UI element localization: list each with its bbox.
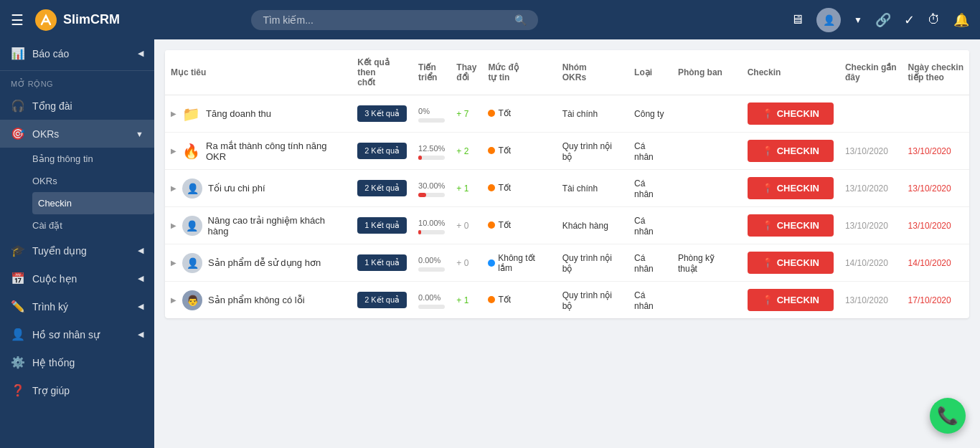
checkin-button[interactable]: 📍 CHECKIN bbox=[748, 177, 834, 199]
checkin-date-text: 13/10/2020 bbox=[845, 221, 888, 231]
content-area: Mục tiêu Kết quảthenchốt Tiếntriển Thayđ… bbox=[154, 39, 980, 329]
col-nhom-okrs: NhómOKRs bbox=[557, 50, 628, 95]
sidebar-item-okrs-sub[interactable]: OKRs bbox=[32, 170, 154, 192]
expand-arrow-icon[interactable]: ▶ bbox=[171, 296, 176, 304]
phong-ban-cell bbox=[672, 282, 742, 319]
ket-qua-button[interactable]: 2 Kết quả bbox=[357, 292, 407, 308]
progress-bar-fill bbox=[418, 156, 422, 160]
bell-icon[interactable]: 🔔 bbox=[953, 12, 969, 28]
expand-arrow-icon[interactable]: ▶ bbox=[171, 110, 176, 118]
checkin-pin-icon: 📍 bbox=[762, 146, 773, 156]
header-icons: 🖥 👤 ▼ 🔗 ✓ ⏱ 🔔 bbox=[791, 8, 969, 32]
checkin-button[interactable]: 📍 CHECKIN bbox=[748, 252, 834, 274]
checkin-pin-icon: 📍 bbox=[762, 183, 773, 194]
search-bar[interactable]: Tìm kiếm... 🔍 bbox=[251, 10, 538, 30]
screen-icon[interactable]: 🖥 bbox=[791, 12, 804, 27]
tuyen-dung-arrow-icon: ◀ bbox=[138, 246, 143, 255]
checkin-date-text: 13/10/2020 bbox=[845, 295, 888, 305]
muc-do-text: Tốt bbox=[498, 108, 511, 118]
table-row: ▶ 👤 Sản phẩm dễ sử dụng hơn 1 Kết quả 0.… bbox=[165, 244, 969, 282]
progress-text: 12.50% bbox=[418, 144, 445, 153]
next-checkin-text: 14/10/2020 bbox=[908, 258, 951, 268]
expand-arrow-icon[interactable]: ▶ bbox=[171, 259, 176, 267]
muc-do-dot bbox=[488, 296, 495, 303]
muc-do-cell: Tốt bbox=[482, 207, 556, 244]
sidebar-item-cai-dat[interactable]: Cài đặt bbox=[32, 214, 154, 237]
sidebar-item-label: Hồ sơ nhân sự bbox=[32, 329, 100, 340]
col-muc-tieu: Mục tiêu bbox=[165, 50, 352, 95]
clock-icon[interactable]: ⏱ bbox=[928, 12, 941, 27]
ket-qua-button[interactable]: 3 Kết quả bbox=[357, 105, 407, 122]
progress-container: 0.00% bbox=[418, 292, 445, 309]
main-content: Mục tiêu Kết quảthenchốt Tiếntriển Thayđ… bbox=[154, 39, 980, 448]
layout: 📊 Báo cáo ◀ MỞ RỘNG 🎧 Tổng đài 🎯 OKRs ▼ … bbox=[0, 39, 980, 448]
checkin-date-cell: 13/10/2020 bbox=[839, 170, 903, 207]
checkin-btn-cell: 📍 CHECKIN bbox=[742, 282, 839, 319]
float-phone-button[interactable]: 📞 bbox=[930, 398, 966, 434]
ket-qua-button[interactable]: 1 Kết quả bbox=[357, 254, 407, 271]
progress-container: 10.00% bbox=[418, 217, 445, 234]
muc-tieu-cell: ▶ 👤 Sản phẩm dễ sử dụng hơn bbox=[165, 244, 352, 282]
nhom-okrs-cell: Tài chính bbox=[557, 95, 628, 133]
sidebar-divider bbox=[0, 70, 154, 71]
sidebar-item-ho-so-nhan-su[interactable]: 👤 Hồ sơ nhân sự ◀ bbox=[0, 320, 154, 348]
sidebar-item-okrs[interactable]: 🎯 OKRs ▼ bbox=[0, 120, 154, 148]
thay-doi-cell: + 2 bbox=[451, 133, 482, 170]
table-row: ▶ 👤 Tối ưu chi phí 2 Kết quả 30.00% + 1 … bbox=[165, 170, 969, 207]
nhom-okrs-text: Quy trình nội bộ bbox=[562, 141, 612, 162]
next-checkin-cell: 13/10/2020 bbox=[903, 207, 969, 244]
okrs-submenu: Bảng thông tin OKRs Checkin Cài đặt bbox=[0, 148, 154, 237]
share-icon[interactable]: 🔗 bbox=[875, 12, 891, 28]
sidebar-item-label: Tuyển dụng bbox=[32, 245, 87, 257]
okr-table: Mục tiêu Kết quảthenchốt Tiếntriển Thayđ… bbox=[165, 50, 969, 318]
thay-doi-cell: + 0 bbox=[451, 244, 482, 282]
muc-do-text: Tốt bbox=[498, 295, 511, 305]
sidebar-item-he-thong[interactable]: ⚙️ Hệ thống bbox=[0, 348, 154, 376]
cuoc-hen-arrow-icon: ◀ bbox=[138, 274, 143, 283]
ket-qua-button[interactable]: 2 Kết quả bbox=[357, 143, 407, 159]
checkin-button[interactable]: 📍 CHECKIN bbox=[748, 103, 834, 125]
check-icon[interactable]: ✓ bbox=[904, 12, 915, 28]
col-phong-ban: Phòng ban bbox=[672, 50, 742, 95]
expand-arrow-icon[interactable]: ▶ bbox=[171, 221, 176, 229]
next-checkin-cell: 14/10/2020 bbox=[903, 244, 969, 282]
sidebar-item-tuyen-dung[interactable]: 🎓 Tuyển dụng ◀ bbox=[0, 237, 154, 264]
muc-do-dot bbox=[488, 110, 495, 117]
muc-do-cell: Tốt bbox=[482, 170, 556, 207]
checkin-button[interactable]: 📍 CHECKIN bbox=[748, 140, 834, 162]
sidebar-item-tong-dai[interactable]: 🎧 Tổng đài bbox=[0, 92, 154, 120]
col-checkin-gan-day: Checkin gầnđây bbox=[839, 50, 903, 95]
sidebar-item-tro-giup[interactable]: ❓ Trợ giúp bbox=[0, 376, 154, 404]
muc-tieu-cell: ▶ 🔥 Ra mắt thành công tính năng OKR bbox=[165, 133, 352, 170]
sidebar-item-checkin[interactable]: Checkin bbox=[32, 192, 154, 214]
dropdown-arrow-icon[interactable]: ▼ bbox=[854, 15, 862, 25]
header: ☰ SlimCRM Tìm kiếm... 🔍 🖥 👤 ▼ 🔗 ✓ ⏱ 🔔 bbox=[0, 0, 980, 39]
search-icon[interactable]: 🔍 bbox=[514, 14, 527, 26]
muc-tieu-text: Sản phẩm không có lỗi bbox=[208, 295, 305, 305]
sidebar-item-bao-cao[interactable]: 📊 Báo cáo ◀ bbox=[0, 39, 154, 67]
muc-do-text: Tốt bbox=[498, 146, 511, 156]
loai-cell: Cá nhân bbox=[628, 207, 672, 244]
loai-cell: Cá nhân bbox=[628, 133, 672, 170]
checkin-btn-cell: 📍 CHECKIN bbox=[742, 133, 839, 170]
sidebar-item-cuoc-hen[interactable]: 📅 Cuộc hẹn ◀ bbox=[0, 264, 154, 292]
ket-qua-button[interactable]: 2 Kết quả bbox=[357, 180, 407, 196]
logo-text: SlimCRM bbox=[63, 12, 120, 27]
sidebar-item-bang-thong-tin[interactable]: Bảng thông tin bbox=[32, 148, 154, 170]
col-next-checkin: Ngày checkintiếp theo bbox=[903, 50, 969, 95]
ket-qua-button[interactable]: 1 Kết quả bbox=[357, 217, 407, 234]
loai-text: Cá nhân bbox=[634, 290, 654, 311]
avatar[interactable]: 👤 bbox=[816, 8, 841, 32]
expand-arrow-icon[interactable]: ▶ bbox=[171, 147, 176, 155]
checkin-button[interactable]: 📍 CHECKIN bbox=[748, 214, 834, 237]
next-checkin-text: 13/10/2020 bbox=[908, 146, 951, 156]
muc-do-dot bbox=[488, 184, 495, 191]
tro-giup-icon: ❓ bbox=[11, 383, 25, 397]
progress-text: 0% bbox=[418, 107, 430, 115]
menu-icon[interactable]: ☰ bbox=[11, 11, 24, 29]
bao-cao-icon: 📊 bbox=[11, 47, 25, 60]
sidebar-item-trinh-ky[interactable]: ✏️ Trình ký ◀ bbox=[0, 292, 154, 320]
checkin-button[interactable]: 📍 CHECKIN bbox=[748, 289, 834, 311]
expand-arrow-icon[interactable]: ▶ bbox=[171, 184, 176, 192]
muc-tieu-text: Tăng doanh thu bbox=[206, 108, 271, 119]
